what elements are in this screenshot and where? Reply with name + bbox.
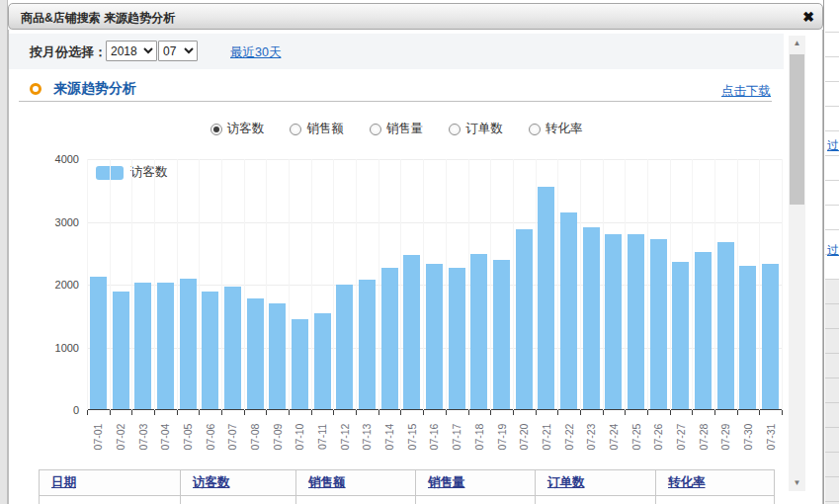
year-select[interactable]: 2018 [106, 41, 157, 61]
radio-label: 销售量 [386, 121, 424, 137]
scroll-up-arrow-icon[interactable]: ▲ [789, 36, 805, 51]
bar-07-18[interactable] [470, 254, 487, 409]
table-header-访客数[interactable]: 访客数 [181, 470, 296, 496]
y-axis-labels: 01000200030004000 [9, 159, 79, 410]
scrollbar-thumb[interactable] [790, 54, 804, 205]
bar-07-28[interactable] [695, 252, 712, 409]
bar-07-20[interactable] [516, 229, 533, 409]
v-gridline [557, 159, 558, 410]
radio-button-icon[interactable] [529, 124, 541, 135]
table-cell [40, 496, 181, 504]
bar-07-13[interactable] [359, 280, 376, 409]
bar-07-09[interactable] [269, 303, 286, 409]
bar-07-29[interactable] [717, 242, 734, 409]
table-header-订单数[interactable]: 订单数 [536, 470, 656, 496]
x-tick-label: 07-25 [630, 424, 642, 451]
bar-07-24[interactable] [605, 234, 622, 409]
x-tick-label: 07-17 [451, 424, 462, 451]
table-header-label[interactable]: 销售量 [428, 475, 465, 489]
x-tick-label-slot: 07-04 [154, 414, 177, 460]
metric-radio-转化率[interactable]: 转化率 [529, 121, 583, 137]
dialog-titlebar[interactable]: 商品&店铺搜索 来源趋势分析 ✖ [8, 3, 823, 30]
bar-07-19[interactable] [493, 260, 510, 409]
bar-07-05[interactable] [180, 279, 197, 409]
dialog-scrollbar[interactable]: ▲ ▼ [789, 36, 805, 491]
bar-07-11[interactable] [314, 313, 331, 409]
bar-07-17[interactable] [449, 268, 465, 409]
x-tick-label: 07-03 [137, 424, 149, 451]
h-gridline [87, 159, 782, 160]
scroll-down-arrow-icon[interactable]: ▼ [789, 475, 805, 491]
x-tick-label-slot: 07-26 [647, 414, 670, 460]
v-gridline [289, 159, 290, 410]
background-link-fragment: 过 [827, 242, 839, 259]
v-gridline [714, 159, 715, 410]
last-30-days-link[interactable]: 最近30天 [230, 44, 281, 61]
x-tick-label: 07-29 [719, 424, 731, 451]
bar-07-08[interactable] [247, 298, 264, 409]
metric-radio-访客数[interactable]: 访客数 [210, 121, 265, 137]
table-header-label[interactable]: 订单数 [547, 475, 585, 489]
table-header-转化率[interactable]: 转化率 [656, 470, 775, 496]
radio-button-icon[interactable] [370, 124, 381, 135]
v-gridline [468, 159, 469, 410]
close-icon[interactable]: ✖ [802, 8, 814, 26]
radio-button-icon[interactable] [449, 124, 461, 135]
page-background-right: 过 过 [823, 0, 839, 504]
x-tick-label: 07-02 [115, 424, 126, 451]
x-tick-label: 07-04 [159, 424, 171, 451]
bar-07-12[interactable] [336, 285, 353, 409]
v-gridline [131, 159, 132, 410]
bar-07-07[interactable] [224, 287, 241, 409]
table-header-label[interactable]: 日期 [51, 475, 76, 489]
bar-07-16[interactable] [426, 264, 443, 409]
x-tick-label: 07-28 [698, 424, 710, 451]
bar-07-10[interactable] [292, 319, 308, 409]
h-gridline [87, 222, 782, 223]
v-gridline [692, 159, 693, 410]
x-tick-label-slot: 07-14 [378, 414, 401, 460]
radio-button-icon[interactable] [210, 124, 222, 135]
table-header-label[interactable]: 访客数 [193, 475, 230, 489]
bar-07-22[interactable] [560, 212, 577, 409]
table-cell [296, 496, 416, 504]
table-header-销售量[interactable]: 销售量 [416, 470, 536, 496]
bar-07-04[interactable] [157, 283, 174, 409]
bar-07-26[interactable] [650, 239, 667, 409]
bar-07-25[interactable] [628, 234, 644, 409]
radio-button-icon[interactable] [290, 124, 301, 135]
v-gridline [177, 159, 178, 410]
v-gridline [266, 159, 267, 410]
metric-radio-销售额[interactable]: 销售额 [290, 121, 344, 137]
bar-07-03[interactable] [134, 283, 151, 409]
metric-radio-group: 访客数销售额销售量订单数转化率 [9, 121, 784, 137]
x-tick-label: 07-10 [294, 424, 305, 451]
x-tick-label-slot: 07-19 [490, 414, 513, 460]
month-select[interactable]: 07 [158, 41, 198, 61]
bar-07-27[interactable] [672, 262, 689, 409]
bar-07-30[interactable] [739, 266, 756, 409]
metric-radio-订单数[interactable]: 订单数 [449, 121, 503, 137]
bar-07-21[interactable] [538, 187, 554, 409]
download-link[interactable]: 点击下载 [721, 83, 771, 100]
bar-07-02[interactable] [113, 292, 129, 409]
y-tick-label: 3000 [55, 216, 79, 228]
bar-07-15[interactable] [403, 255, 420, 409]
y-tick-label: 0 [73, 404, 79, 416]
table-header-日期[interactable]: 日期 [40, 470, 181, 496]
bar-07-06[interactable] [202, 292, 218, 409]
x-tick-label-slot: 07-18 [468, 414, 491, 460]
x-tick-label-slot: 07-15 [400, 414, 423, 460]
bar-07-14[interactable] [381, 268, 398, 409]
bar-07-01[interactable] [90, 277, 107, 409]
bar-07-23[interactable] [583, 227, 600, 409]
table-header-销售额[interactable]: 销售额 [296, 470, 416, 496]
v-gridline [110, 159, 111, 410]
x-tick-label-slot: 07-27 [670, 414, 693, 460]
metric-radio-销售量[interactable]: 销售量 [370, 121, 424, 137]
table-header-label[interactable]: 转化率 [668, 475, 706, 489]
month-filter-label: 按月份选择： [30, 43, 107, 61]
bar-07-31[interactable] [762, 264, 779, 409]
x-tick-label: 07-01 [92, 424, 104, 451]
table-header-label[interactable]: 销售额 [308, 475, 346, 489]
